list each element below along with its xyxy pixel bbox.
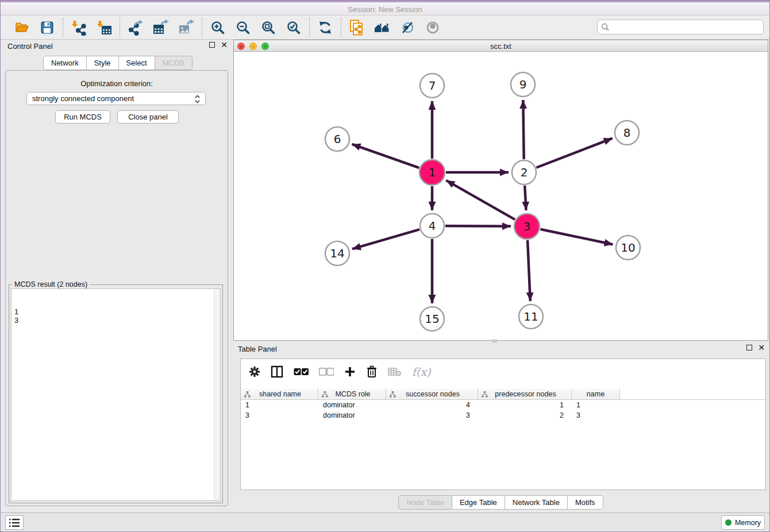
node-label-14: 14 <box>330 246 344 260</box>
import-table-icon <box>96 20 112 36</box>
task-history-button[interactable] <box>5 515 24 530</box>
edge-4-14[interactable] <box>352 229 419 249</box>
run-mcds-button[interactable]: Run MCDS <box>55 110 110 124</box>
graph-node-14[interactable]: 14 <box>325 241 349 265</box>
column-type-icon <box>322 391 328 398</box>
edge-4-3[interactable] <box>445 226 511 226</box>
tab-edge-table[interactable]: Edge Table <box>452 495 505 510</box>
graph-node-10[interactable]: 10 <box>616 236 640 260</box>
table-panel: Table Panel ✕ <box>233 342 768 514</box>
memory-status-icon <box>725 519 732 526</box>
cell-predecessor-nodes: 1 <box>478 400 572 410</box>
edge-3-1[interactable] <box>446 180 515 219</box>
eye-icon <box>425 20 440 35</box>
refresh-icon <box>318 20 333 35</box>
create-column-button[interactable] <box>344 366 356 377</box>
hide-graphics-details-button[interactable] <box>398 18 417 37</box>
graph-node-8[interactable]: 8 <box>615 121 639 145</box>
table-row-2[interactable]: 3dominator323 <box>241 410 765 421</box>
open-session-button[interactable] <box>13 18 31 37</box>
select-chevrons-icon <box>194 94 201 106</box>
node-label-8: 8 <box>623 126 631 140</box>
tab-motifs[interactable]: Motifs <box>568 495 603 510</box>
graph-node-3[interactable]: 3 <box>514 214 540 239</box>
table-settings-button[interactable] <box>249 366 260 377</box>
cell-successor-nodes: 4 <box>386 400 478 410</box>
network-window-titlebar[interactable]: x − + scc.txt <box>234 40 768 52</box>
graph-node-1[interactable]: 1 <box>419 160 445 185</box>
tab-style[interactable]: Style <box>87 56 119 70</box>
titlebar: Session: New Session <box>1 1 769 16</box>
column-header-predecessor-nodes[interactable]: predecessor nodes <box>478 389 572 399</box>
save-disk-icon <box>40 20 55 35</box>
mcds-scrollbar[interactable] <box>214 289 220 500</box>
show-column-button[interactable] <box>271 365 283 378</box>
export-network-button[interactable] <box>126 18 145 37</box>
graph-node-7[interactable]: 7 <box>420 74 444 98</box>
zoom-fit-button[interactable] <box>259 18 278 37</box>
close-panel-button[interactable]: Close panel <box>117 110 179 124</box>
zoom-in-icon <box>210 20 225 35</box>
edge-2-8[interactable] <box>536 138 612 168</box>
table-row-1[interactable]: 1dominator411 <box>241 400 765 410</box>
graph-node-4[interactable]: 4 <box>420 214 444 238</box>
float-panel-icon[interactable] <box>209 42 215 48</box>
edge-2-9[interactable] <box>523 100 523 159</box>
mcds-result-text[interactable]: 1 3 <box>11 288 221 501</box>
zoom-selected-button[interactable] <box>284 18 303 37</box>
zoom-out-icon <box>236 20 251 35</box>
tab-node-table[interactable]: Node Table <box>398 495 452 510</box>
control-panel: Control Panel ✕ NetworkStyleSelectMCDS O… <box>3 40 231 507</box>
first-neighbors-button[interactable] <box>373 18 391 37</box>
graph-node-2[interactable]: 2 <box>512 160 536 184</box>
node-label-6: 6 <box>334 132 341 146</box>
column-header-successor-nodes[interactable]: successor nodes <box>386 389 478 399</box>
tab-mcds[interactable]: MCDS <box>155 56 192 70</box>
mcds-result-lines: 1 3 <box>14 307 217 325</box>
edge-3-11[interactable] <box>528 240 530 301</box>
import-network-button[interactable] <box>70 18 88 37</box>
session-title: Session: New Session <box>1 5 769 14</box>
table-rows: 1dominator4113dominator323 <box>241 400 765 421</box>
node-label-1: 1 <box>429 165 436 179</box>
float-panel-icon[interactable] <box>746 345 752 350</box>
deselect-all-columns-button[interactable] <box>319 368 334 376</box>
column-type-icon <box>482 391 488 398</box>
mcds-result-group: MCDS result (2 nodes) 1 3 <box>9 284 223 503</box>
export-table-icon <box>152 20 170 36</box>
search-input[interactable] <box>613 22 760 32</box>
application-window: Session: New Session <box>0 0 770 532</box>
import-table-button[interactable] <box>95 18 113 37</box>
optimization-criterion-label: Optimization criterion: <box>6 79 228 88</box>
column-type-icon <box>390 391 396 398</box>
zoom-out-button[interactable] <box>234 18 252 37</box>
export-table-button[interactable] <box>152 18 170 37</box>
column-header-name[interactable]: name <box>572 389 620 399</box>
tab-network[interactable]: Network <box>43 56 87 70</box>
graph-node-11[interactable]: 11 <box>519 304 543 329</box>
edge-2-3[interactable] <box>525 186 526 210</box>
export-image-button[interactable] <box>177 18 195 37</box>
tab-select[interactable]: Select <box>119 56 155 70</box>
select-all-columns-button[interactable] <box>294 368 309 376</box>
zoom-in-button[interactable] <box>209 18 227 37</box>
column-header-mcds-role[interactable]: MCDS role <box>318 389 386 399</box>
node-label-3: 3 <box>523 219 531 233</box>
close-panel-icon[interactable]: ✕ <box>221 42 228 48</box>
column-header-shared-name[interactable]: shared name <box>241 389 318 399</box>
tab-network-table[interactable]: Network Table <box>505 495 568 510</box>
edge-1-6[interactable] <box>352 144 419 168</box>
graph-node-6[interactable]: 6 <box>325 127 349 151</box>
network-view-window: x − + scc.txt 7968124314101511 <box>233 40 768 341</box>
refresh-button[interactable] <box>316 18 334 37</box>
optimization-criterion-select[interactable]: strongly connected component <box>26 92 206 105</box>
memory-button[interactable]: Memory <box>721 515 765 530</box>
close-panel-icon[interactable]: ✕ <box>758 345 765 350</box>
graph-node-15[interactable]: 15 <box>420 307 444 331</box>
copy-network-button[interactable] <box>348 18 366 37</box>
edge-3-10[interactable] <box>540 229 613 245</box>
graph-node-9[interactable]: 9 <box>511 72 535 97</box>
save-session-button[interactable] <box>38 18 56 37</box>
delete-column-button[interactable] <box>366 365 378 378</box>
network-canvas[interactable]: 7968124314101511 <box>234 52 768 341</box>
